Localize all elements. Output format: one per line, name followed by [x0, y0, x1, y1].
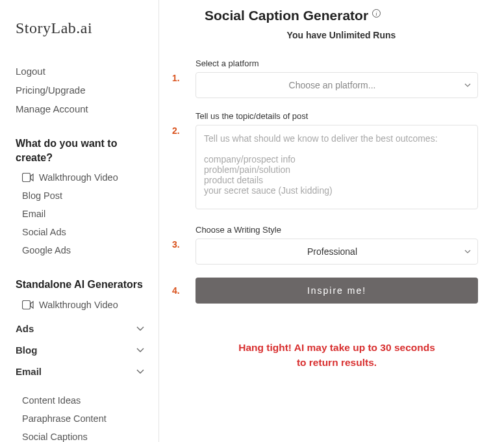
step-label: Tell us the topic/details of post: [195, 111, 478, 121]
step-number: 4.: [172, 278, 195, 296]
step-label: Choose a Writing Style: [195, 225, 478, 235]
wait-line-2: to return results.: [195, 355, 478, 370]
sidebar-item-content-ideas[interactable]: Content Ideas: [16, 391, 145, 410]
chevron-down-icon: [135, 323, 145, 333]
style-select[interactable]: Professional: [195, 239, 478, 265]
page-title: Social Caption Generator: [205, 8, 368, 23]
expand-label: Blog: [16, 344, 37, 356]
info-icon[interactable]: i: [372, 9, 381, 18]
expand-blog[interactable]: Blog: [16, 339, 145, 361]
expand-ads[interactable]: Ads: [16, 318, 145, 339]
step-1: 1. Select a platform Choose an platform.…: [172, 58, 478, 98]
create-nav: Walkthrough Video Blog Post Email Social…: [16, 168, 145, 259]
logout-link[interactable]: Logout: [16, 62, 145, 81]
sidebar-item-paraphrase[interactable]: Paraphrase Content: [16, 410, 145, 428]
video-icon: [22, 300, 34, 309]
bottom-nav: Content Ideas Paraphrase Content Social …: [16, 391, 145, 442]
main-content: Social Caption Generator i You have Unli…: [159, 0, 504, 442]
svg-rect-1: [23, 300, 31, 309]
pricing-link[interactable]: Pricing/Upgrade: [16, 81, 145, 99]
svg-rect-0: [23, 174, 31, 182]
sidebar-item-email[interactable]: Email: [16, 205, 145, 223]
sidebar-item-label: Walkthrough Video: [39, 300, 118, 310]
step-number: 3.: [172, 225, 195, 250]
inspire-button[interactable]: Inspire me!: [195, 278, 478, 304]
sidebar-item-label: Walkthrough Video: [39, 172, 118, 183]
video-icon: [22, 173, 34, 182]
topic-textarea[interactable]: [195, 125, 478, 209]
expand-email[interactable]: Email: [16, 361, 145, 382]
step-3: 3. Choose a Writing Style Professional: [172, 225, 478, 265]
expand-label: Email: [16, 366, 42, 377]
sidebar-item-social-ads[interactable]: Social Ads: [16, 223, 145, 241]
chevron-down-icon: [135, 344, 145, 355]
step-number: 2.: [172, 111, 195, 136]
standalone-nav: Walkthrough Video: [16, 296, 145, 314]
sidebar-item-google-ads[interactable]: Google Ads: [16, 241, 145, 259]
page-title-row: Social Caption Generator i: [205, 8, 478, 23]
step-label: Select a platform: [195, 58, 478, 68]
step-number: 1.: [172, 58, 195, 83]
chevron-down-icon: [135, 366, 145, 376]
wait-message: Hang tight! AI may take up to 30 seconds…: [195, 340, 478, 370]
step-4: 4. Inspire me!: [172, 278, 478, 304]
sidebar-item-walkthrough-2[interactable]: Walkthrough Video: [16, 296, 145, 314]
expandable-nav: Ads Blog Email: [16, 318, 145, 382]
sidebar: StoryLab.ai Logout Pricing/Upgrade Manag…: [0, 0, 159, 442]
runs-remaining: You have Unlimited Runs: [205, 30, 478, 40]
step-2: 2. Tell us the topic/details of post: [172, 111, 478, 212]
logo: StoryLab.ai: [16, 20, 145, 37]
sidebar-item-blog-post[interactable]: Blog Post: [16, 187, 145, 205]
platform-select[interactable]: Choose an platform...: [195, 72, 478, 98]
create-heading: What do you want to create?: [16, 136, 145, 164]
sidebar-item-walkthrough[interactable]: Walkthrough Video: [16, 168, 145, 187]
standalone-heading: Standalone AI Generators: [16, 278, 145, 292]
manage-account-link[interactable]: Manage Account: [16, 99, 145, 118]
account-links: Logout Pricing/Upgrade Manage Account: [16, 62, 145, 118]
wait-line-1: Hang tight! AI may take up to 30 seconds: [195, 340, 478, 355]
sidebar-item-social-captions[interactable]: Social Captions: [16, 428, 145, 442]
expand-label: Ads: [16, 323, 34, 334]
